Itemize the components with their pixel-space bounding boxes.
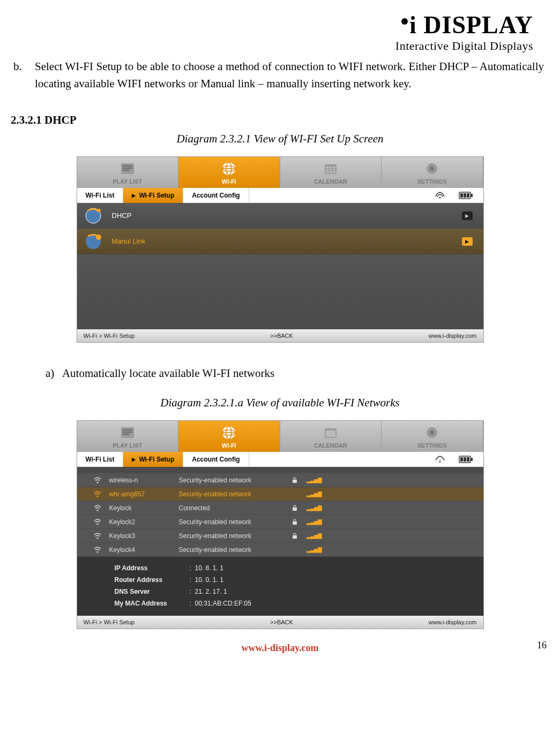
svg-point-50 [96, 523, 98, 525]
svg-rect-9 [326, 167, 335, 173]
battery-icon [459, 456, 473, 463]
network-status: Security-enabled network [179, 518, 286, 526]
diagram-caption-2: Diagram 2.3.2.1.a View of available WI-F… [11, 380, 549, 420]
footer-url: www.i-display.com [429, 332, 477, 339]
network-row[interactable]: Keylock3Security-enabled network▂▃▅▇ [77, 529, 483, 543]
info-row: IP Address: 10. 8. 1. 1 [115, 562, 457, 574]
lock-icon [292, 533, 301, 539]
info-row: My MAC Address: 00;31;AB:CD:EF:05 [115, 598, 457, 609]
triangle-icon: ▶ [132, 193, 136, 198]
svg-rect-1 [123, 165, 132, 167]
network-row[interactable]: KeylockConnected▂▃▅▇ [77, 501, 483, 515]
wifi-antenna-icon [93, 477, 104, 484]
svg-point-15 [430, 167, 434, 171]
signal-bars-icon: ▂▃▅▇ [307, 491, 323, 497]
screenshot-wifi-setup: PLAY LIST WI-FI CALENDAR SETTINGS Wi-Fi … [77, 156, 484, 343]
network-ssid: Keylock4 [109, 546, 174, 554]
network-status: Security-enabled network [179, 532, 286, 540]
network-status: Security-enabled network [179, 490, 286, 498]
info-row: DNS Server: 21. 2. 17. 1 [115, 586, 457, 598]
svg-point-16 [439, 197, 440, 199]
subtab-wifi-setup[interactable]: ▶Wi-Fi Setup [123, 188, 183, 203]
signal-bars-icon: ▂▃▅▇ [307, 477, 323, 483]
signal-bars-icon: ▂▃▅▇ [307, 533, 323, 539]
tab-calendar[interactable]: CALENDAR [280, 421, 382, 452]
wifi-antenna-icon [93, 504, 104, 512]
info-value: 10. 8. 1. 1 [195, 564, 223, 572]
wifi-antenna-icon [93, 518, 104, 526]
network-ssid: Keylock3 [109, 532, 174, 540]
page-footer-link: www.i-display.com [11, 640, 549, 662]
network-row[interactable]: whr-amg657Security-enabled network▂▃▅▇ [77, 487, 483, 501]
back-button[interactable]: >>BACK [135, 332, 429, 339]
manual-link-icon [83, 231, 104, 252]
playlist-icon [119, 160, 136, 177]
svg-point-54 [96, 551, 98, 553]
svg-point-39 [439, 461, 440, 463]
network-row[interactable]: wireless-nSecurity-enabled network▂▃▅▇ [77, 473, 483, 487]
back-button[interactable]: >>BACK [135, 619, 429, 625]
svg-rect-30 [123, 434, 129, 435]
battery-icon [459, 192, 473, 199]
svg-rect-36 [326, 430, 335, 437]
lock-icon [292, 505, 301, 511]
svg-point-26 [96, 235, 101, 240]
svg-rect-42 [460, 457, 463, 462]
footer-url: www.i-display.com [429, 619, 477, 625]
network-row[interactable]: Keylock2Security-enabled network▂▃▅▇ [77, 515, 483, 529]
svg-rect-49 [293, 508, 297, 511]
lock-icon [292, 519, 301, 525]
main-nav-tabs: PLAY LIST WI-FI CALENDAR SETTINGS [77, 157, 483, 188]
tab-wifi[interactable]: WI-FI [178, 421, 280, 452]
playlist-icon [119, 424, 136, 441]
status-bar [435, 452, 483, 467]
tab-wifi[interactable]: WI-FI [178, 157, 280, 188]
lock-icon [292, 477, 301, 483]
arrow-icon: ▶ [462, 211, 473, 220]
svg-rect-41 [471, 458, 473, 461]
settings-gear-icon [423, 160, 440, 177]
menu-dhcp-label: DHCP [112, 211, 462, 220]
network-ssid: wireless-n [109, 477, 174, 484]
info-row: Router Address: 10. 0. 1. 1 [115, 574, 457, 586]
tab-settings[interactable]: SETTINGS [382, 421, 483, 452]
svg-rect-21 [467, 193, 469, 198]
tab-calendar[interactable]: CALENDAR [280, 157, 382, 188]
svg-point-48 [96, 509, 98, 511]
sub-nav-tabs: Wi-Fi List ▶Wi-Fi Setup Account Config [77, 452, 483, 467]
setup-menu: DHCP ▶ Manul Link ▶ [77, 203, 483, 329]
calendar-icon [322, 424, 339, 441]
triangle-icon: ▶ [132, 457, 136, 462]
wifi-antenna-icon [93, 532, 104, 540]
breadcrumb: Wi-Fi > Wi-Fi Setup [84, 332, 135, 339]
tab-settings[interactable]: SETTINGS [382, 157, 483, 188]
svg-point-52 [96, 537, 98, 539]
wifi-antenna-icon [93, 490, 104, 498]
network-status: Security-enabled network [179, 477, 286, 484]
subtab-wifi-list[interactable]: Wi-Fi List [77, 188, 124, 203]
subtab-account-config[interactable]: Account Config [183, 452, 249, 467]
subtab-account-config[interactable]: Account Config [183, 188, 249, 203]
svg-rect-2 [123, 168, 132, 169]
arrow-icon: ▶ [462, 237, 473, 246]
tab-playlist[interactable]: PLAY LIST [77, 421, 179, 452]
tab-playlist[interactable]: PLAY LIST [77, 157, 179, 188]
menu-dhcp[interactable]: DHCP ▶ [77, 203, 483, 229]
svg-rect-46 [293, 480, 297, 483]
screenshot-wifi-networks: PLAY LIST WI-FI CALENDAR SETTINGS Wi-Fi … [77, 420, 484, 629]
svg-rect-18 [471, 194, 473, 197]
svg-point-38 [430, 430, 434, 435]
wifi-signal-icon [435, 191, 445, 200]
dhcp-icon [83, 205, 104, 226]
info-label: Router Address [115, 576, 190, 584]
footer-link-anchor[interactable]: www.i-display.com [241, 642, 318, 653]
svg-point-24 [96, 209, 101, 212]
network-status: Connected [179, 504, 286, 512]
network-ssid: whr-amg657 [109, 490, 174, 498]
wifi-antenna-icon [93, 546, 104, 554]
logo-main: i DISPLAY [11, 11, 533, 39]
subtab-wifi-setup[interactable]: ▶Wi-Fi Setup [123, 452, 183, 467]
subtab-wifi-list[interactable]: Wi-Fi List [77, 452, 124, 467]
network-row[interactable]: Keylock4Security-enabled network▂▃▅▇ [77, 543, 483, 557]
menu-manual-link[interactable]: Manul Link ▶ [77, 229, 483, 254]
